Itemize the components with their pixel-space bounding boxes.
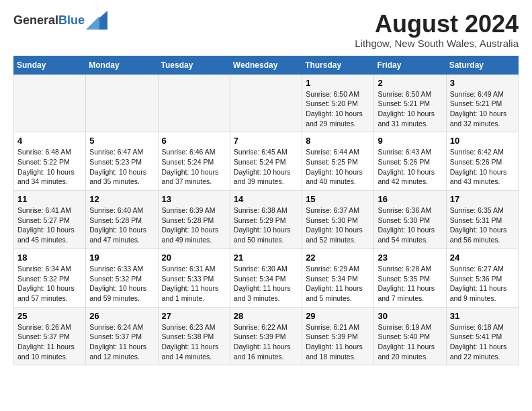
column-header-wednesday: Wednesday (230, 56, 302, 74)
sunset-text: Sunset: 5:41 PM (450, 332, 515, 342)
calendar-cell: 28Sunrise: 6:22 AMSunset: 5:39 PMDayligh… (230, 307, 302, 365)
daylight-text: Daylight: 10 hours (378, 225, 442, 235)
daylight-text: Daylight: 10 hours (306, 109, 370, 119)
calendar-cell: 14Sunrise: 6:38 AMSunset: 5:29 PMDayligh… (230, 191, 302, 249)
sunrise-text: Sunrise: 6:43 AM (378, 147, 442, 157)
day-number: 29 (306, 311, 370, 321)
sunrise-text: Sunrise: 6:27 AM (450, 264, 515, 274)
sunset-text: Sunset: 5:30 PM (378, 216, 442, 226)
calendar-cell: 24Sunrise: 6:27 AMSunset: 5:36 PMDayligh… (446, 248, 518, 307)
sunrise-text: Sunrise: 6:36 AM (378, 205, 442, 216)
day-number: 28 (234, 311, 298, 321)
sunset-text: Sunset: 5:39 PM (306, 332, 370, 342)
sunrise-text: Sunrise: 6:19 AM (378, 322, 442, 332)
daylight-text: Daylight: 10 hours (89, 167, 154, 177)
calendar-cell (158, 74, 230, 132)
daylight-text: and 14 minutes. (162, 352, 226, 362)
calendar-cell: 16Sunrise: 6:36 AMSunset: 5:30 PMDayligh… (374, 191, 446, 249)
daylight-text: Daylight: 10 hours (162, 167, 226, 177)
sunset-text: Sunset: 5:21 PM (378, 99, 442, 109)
week-row-5: 25Sunrise: 6:26 AMSunset: 5:37 PMDayligh… (14, 307, 519, 365)
column-header-sunday: Sunday (14, 56, 86, 74)
daylight-text: and 35 minutes. (89, 177, 154, 187)
logo-general: General (13, 13, 58, 27)
calendar-cell: 29Sunrise: 6:21 AMSunset: 5:39 PMDayligh… (302, 307, 374, 365)
day-number: 1 (306, 78, 370, 88)
daylight-text: Daylight: 10 hours (378, 167, 442, 177)
daylight-text: Daylight: 10 hours (450, 225, 515, 235)
day-number: 6 (162, 136, 226, 146)
daylight-text: and 59 minutes. (89, 293, 154, 304)
calendar-cell: 23Sunrise: 6:28 AMSunset: 5:35 PMDayligh… (374, 248, 446, 307)
sunrise-text: Sunrise: 6:24 AM (89, 322, 154, 332)
sunset-text: Sunset: 5:26 PM (450, 157, 515, 167)
sunset-text: Sunset: 5:35 PM (378, 274, 442, 284)
calendar-cell: 19Sunrise: 6:33 AMSunset: 5:32 PMDayligh… (86, 248, 158, 307)
day-number: 5 (89, 136, 154, 146)
calendar-cell (230, 74, 302, 132)
calendar-cell: 26Sunrise: 6:24 AMSunset: 5:37 PMDayligh… (86, 307, 158, 365)
day-number: 14 (234, 194, 298, 204)
week-row-1: 1Sunrise: 6:50 AMSunset: 5:20 PMDaylight… (14, 74, 519, 132)
sunset-text: Sunset: 5:23 PM (89, 157, 154, 167)
day-number: 23 (378, 253, 442, 263)
daylight-text: Daylight: 11 hours (234, 342, 298, 352)
sunset-text: Sunset: 5:27 PM (17, 216, 82, 226)
calendar-cell: 27Sunrise: 6:23 AMSunset: 5:38 PMDayligh… (158, 307, 230, 365)
calendar-cell: 15Sunrise: 6:37 AMSunset: 5:30 PMDayligh… (302, 191, 374, 249)
sunrise-text: Sunrise: 6:37 AM (306, 205, 370, 216)
daylight-text: and 10 minutes. (17, 352, 82, 362)
sunset-text: Sunset: 5:21 PM (450, 99, 515, 109)
sunrise-text: Sunrise: 6:49 AM (450, 89, 515, 99)
calendar-cell: 21Sunrise: 6:30 AMSunset: 5:34 PMDayligh… (230, 248, 302, 307)
calendar-cell: 6Sunrise: 6:46 AMSunset: 5:24 PMDaylight… (158, 132, 230, 191)
sunrise-text: Sunrise: 6:23 AM (162, 322, 226, 332)
logo-icon (86, 11, 107, 30)
daylight-text: and 34 minutes. (17, 177, 82, 187)
sunrise-text: Sunrise: 6:22 AM (234, 322, 298, 332)
daylight-text: and 16 minutes. (234, 352, 298, 362)
day-number: 22 (306, 253, 370, 263)
logo-blue: Blue (58, 13, 85, 27)
day-number: 2 (378, 78, 442, 88)
day-number: 27 (162, 311, 226, 321)
daylight-text: and 18 minutes. (306, 352, 370, 362)
calendar-cell: 18Sunrise: 6:34 AMSunset: 5:32 PMDayligh… (14, 248, 86, 307)
column-header-friday: Friday (374, 56, 446, 74)
column-header-thursday: Thursday (302, 56, 374, 74)
sunrise-text: Sunrise: 6:21 AM (306, 322, 370, 332)
week-row-2: 4Sunrise: 6:48 AMSunset: 5:22 PMDaylight… (14, 132, 519, 191)
day-number: 9 (378, 136, 442, 146)
sunrise-text: Sunrise: 6:44 AM (306, 147, 370, 157)
week-row-3: 11Sunrise: 6:41 AMSunset: 5:27 PMDayligh… (14, 191, 519, 249)
day-number: 16 (378, 194, 442, 204)
calendar-cell (86, 74, 158, 132)
daylight-text: and 5 minutes. (306, 293, 370, 304)
sunrise-text: Sunrise: 6:46 AM (162, 147, 226, 157)
daylight-text: and 43 minutes. (450, 177, 515, 187)
calendar-cell: 31Sunrise: 6:18 AMSunset: 5:41 PMDayligh… (446, 307, 518, 365)
daylight-text: and 29 minutes. (306, 119, 370, 129)
sunset-text: Sunset: 5:28 PM (162, 216, 226, 226)
sunset-text: Sunset: 5:28 PM (89, 216, 154, 226)
daylight-text: Daylight: 10 hours (306, 225, 370, 235)
calendar-cell: 9Sunrise: 6:43 AMSunset: 5:26 PMDaylight… (374, 132, 446, 191)
daylight-text: Daylight: 10 hours (162, 225, 226, 235)
calendar-cell: 10Sunrise: 6:42 AMSunset: 5:26 PMDayligh… (446, 132, 518, 191)
daylight-text: and 37 minutes. (162, 177, 226, 187)
sunrise-text: Sunrise: 6:42 AM (450, 147, 515, 157)
sunset-text: Sunset: 5:30 PM (306, 216, 370, 226)
day-number: 12 (89, 194, 154, 204)
sunrise-text: Sunrise: 6:31 AM (162, 264, 226, 274)
sunrise-text: Sunrise: 6:30 AM (234, 264, 298, 274)
sunset-text: Sunset: 5:38 PM (162, 332, 226, 342)
daylight-text: Daylight: 11 hours (450, 283, 515, 293)
daylight-text: and 49 minutes. (162, 235, 226, 245)
week-row-4: 18Sunrise: 6:34 AMSunset: 5:32 PMDayligh… (14, 248, 519, 307)
calendar-cell: 5Sunrise: 6:47 AMSunset: 5:23 PMDaylight… (86, 132, 158, 191)
day-number: 24 (450, 253, 515, 263)
day-number: 11 (17, 194, 82, 204)
sunset-text: Sunset: 5:36 PM (450, 274, 515, 284)
daylight-text: and 50 minutes. (234, 235, 298, 245)
day-number: 10 (450, 136, 515, 146)
